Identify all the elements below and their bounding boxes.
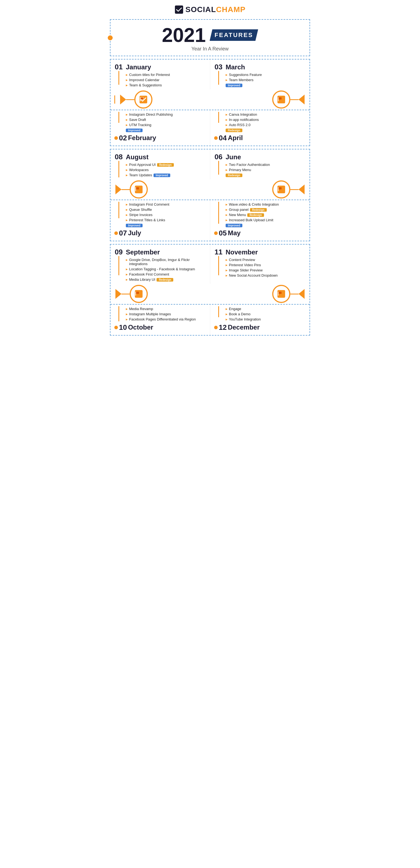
dec-num: 12 — [219, 324, 227, 331]
jun-num: 06 — [215, 153, 223, 160]
bottom-months-row-3: Media Revamp Instagram Multiple Images F… — [110, 305, 310, 335]
sep-f3: Facebook First Comment — [126, 272, 206, 277]
hero-section: 2021 FEATURES Year In A Review — [110, 19, 310, 56]
hero-dot — [108, 35, 113, 40]
flag-icon-1 — [139, 95, 148, 104]
sep-badge: Redesign — [157, 278, 173, 282]
apr-vline-top — [218, 112, 219, 123]
aug-f3: Team Updates Improved — [126, 173, 174, 178]
apr-num: 04 — [219, 134, 227, 142]
mar-badge: Improved — [226, 84, 243, 87]
oct-num: 10 — [119, 324, 127, 331]
logo-icon — [174, 5, 184, 14]
top-months-row-2: 08 August Post Approval UI Redesign Work… — [110, 149, 310, 179]
nov-features: Content Preview Pinterest Video Pins Ima… — [226, 257, 278, 278]
may-b1: Redesign — [250, 208, 267, 212]
sep-f4: Media Library UI Redesign — [126, 277, 206, 282]
jun-badge: Redesign — [226, 174, 243, 177]
left-arrow-flag-2 — [110, 180, 210, 198]
jun-vline — [218, 161, 219, 175]
mar-num: 03 — [215, 63, 223, 70]
jul-badge: Improved — [126, 224, 142, 227]
feb-num: 02 — [119, 134, 127, 142]
dec-title: December — [228, 323, 260, 331]
oct-f1: Media Revamp — [126, 306, 196, 311]
jul-dot — [114, 231, 118, 235]
sep-features: Google Drive, DropBox, Imgur & Flickr in… — [126, 257, 206, 282]
feb-f1: Instagram Direct Publishing — [126, 112, 173, 117]
jan-f2: Improved Calendar — [126, 77, 170, 83]
arr5 — [116, 289, 122, 299]
mar-title: March — [226, 63, 262, 71]
svg-rect-9 — [136, 187, 139, 189]
apr-features: Canva Integration In-app notifications A… — [226, 112, 259, 127]
jun-f2: Primary Menu — [226, 167, 270, 173]
arr6 — [298, 289, 304, 299]
apr-block: Canva Integration In-app notifications A… — [210, 110, 310, 146]
dec-f3: YouTube Integration — [226, 317, 261, 322]
hline6 — [290, 293, 298, 294]
jul-block: Instagram First Comment Queue Shuffle St… — [110, 200, 210, 241]
aug-features: Post Approval UI Redesign Workspaces Tea… — [126, 162, 174, 178]
flag1 — [134, 91, 153, 108]
aug-title: August — [126, 153, 174, 161]
oct-features: Media Revamp Instagram Multiple Images F… — [126, 306, 196, 322]
aug-block: 08 August Post Approval UI Redesign Work… — [110, 149, 210, 179]
hline1 — [126, 99, 134, 100]
jan-f3: Team & Suggestions — [126, 83, 170, 88]
apr-badge: Redesign — [226, 129, 243, 132]
may-f1: Wave.video & Crello Integration — [226, 202, 279, 207]
svg-rect-18 — [278, 292, 282, 294]
may-block: Wave.video & Crello Integration Group pa… — [210, 200, 310, 241]
jan-features: Custom titles for Pinterest Improved Cal… — [126, 72, 170, 88]
left-arrow-flag — [115, 91, 213, 108]
sep-block: 09 September Google Drive, DropBox, Imgu… — [110, 245, 210, 284]
apr-f2: In-app notifications — [226, 117, 259, 122]
hline3 — [122, 189, 130, 190]
sep-num: 09 — [115, 248, 123, 255]
jul-f2: Queue Shuffle — [126, 207, 169, 212]
aug-vline — [119, 161, 119, 177]
january-block: 01 January Custom titles for Pinterest I… — [110, 60, 210, 89]
jun-block: 06 June Two Factor Authentication Primar… — [210, 149, 310, 179]
hero-subtitle: Year In A Review — [110, 46, 310, 52]
may-features: Wave.video & Crello Integration Group pa… — [226, 202, 279, 223]
feb-block: Instagram Direct Publishing Save Draft U… — [110, 110, 210, 146]
hline4 — [290, 189, 298, 190]
may-b2: Redesign — [247, 213, 264, 217]
hero-year: 2021 — [162, 25, 205, 45]
section-sep-dec: 09 September Google Drive, DropBox, Imgu… — [110, 244, 310, 336]
nov-title: November — [226, 248, 278, 256]
arr3 — [116, 185, 122, 194]
header: SOCIALCHAMP — [105, 0, 315, 19]
aug-f2: Workspaces — [126, 167, 174, 173]
right-arrow-flag-3 — [210, 285, 310, 303]
oct-f3: Facebook Pages Differentiated via Region — [126, 317, 196, 322]
nov-f1: Content Preview — [226, 257, 278, 262]
mid-connector-1 — [110, 89, 310, 110]
hline2 — [290, 99, 298, 100]
apr-f3: Auto RSS 2.0 — [226, 122, 259, 127]
dec-features: Engage Book a Demo YouTube Integration — [226, 306, 261, 322]
oct-f2: Instagram Multiple Images — [126, 311, 196, 317]
nov-f4: New Social Account Dropdown — [226, 273, 278, 278]
sep-f1: Google Drive, DropBox, Imgur & Flickr in… — [126, 257, 206, 267]
jul-f4: Pinterest Titles & Links — [126, 217, 169, 223]
jul-f1: Instagram First Comment — [126, 202, 169, 207]
oct-title: October — [128, 323, 153, 331]
may-badge: Improved — [226, 224, 243, 227]
apr-f1: Canva Integration — [226, 112, 259, 117]
jan-title: January — [126, 63, 170, 71]
bottom-months-row: Instagram Direct Publishing Save Draft U… — [110, 110, 310, 146]
mid-connector-2 — [110, 179, 310, 199]
jun-features: Two Factor Authentication Primary Menu — [226, 162, 270, 173]
section-aug-may: 08 August Post Approval UI Redesign Work… — [110, 149, 310, 241]
jul-f3: Stripe Invoices — [126, 212, 169, 217]
hero-badge: FEATURES — [210, 29, 258, 41]
aug-num: 08 — [115, 153, 123, 160]
apr-title: April — [228, 134, 243, 142]
may-vline-top — [218, 202, 219, 224]
may-f2: Group panel Redesign — [226, 207, 279, 212]
apr-dot — [214, 136, 218, 140]
flag-icon-6 — [277, 289, 286, 298]
